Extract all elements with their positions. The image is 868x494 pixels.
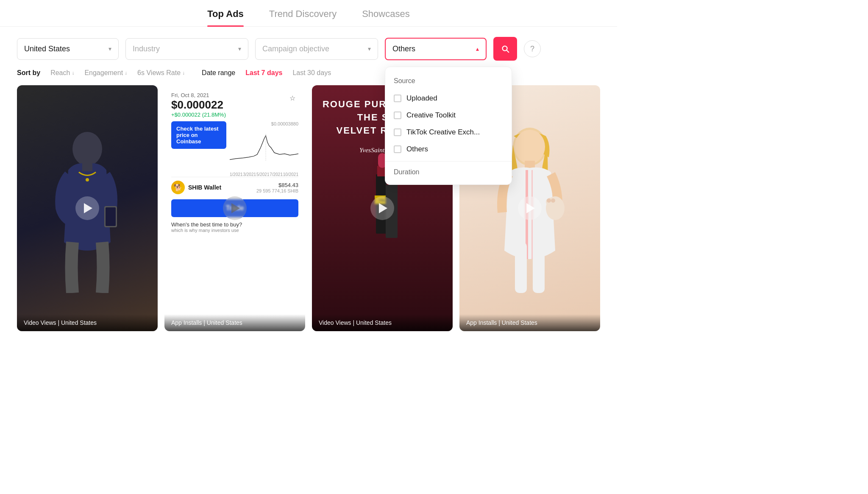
- filters-row: United States ▾ Industry ▾ Campaign obje…: [0, 37, 617, 61]
- sort-engagement[interactable]: Engagement ↓: [84, 69, 127, 77]
- creative-toolkit-checkbox[interactable]: [394, 112, 401, 119]
- campaign-filter[interactable]: Campaign objective ▾: [255, 38, 378, 60]
- shib-amount: $854.43 29 595 774,16 SHIB: [256, 182, 298, 193]
- svg-rect-24: [515, 242, 527, 293]
- crypto-chart-svg: [230, 126, 298, 169]
- help-icon: ?: [530, 45, 534, 53]
- svg-rect-2: [106, 207, 116, 226]
- sort-reach[interactable]: Reach ↓: [50, 69, 74, 77]
- industry-label: Industry: [133, 45, 160, 53]
- nav-showcases[interactable]: Showcases: [362, 8, 410, 26]
- when-buy-sub: which is why many investors use: [171, 228, 298, 233]
- cards-grid: Video Views | United States Fri, Oct 8, …: [0, 85, 617, 331]
- when-buy-text: When's the best time to buy?: [171, 221, 298, 228]
- svg-point-4: [86, 178, 89, 181]
- chart-top-label: $0.00003880: [230, 121, 298, 126]
- others-filter[interactable]: Others ▴: [385, 38, 487, 60]
- uploaded-label: Uploaded: [406, 94, 437, 103]
- axis-label-4: 7/2021: [270, 172, 283, 177]
- campaign-label: Campaign objective: [262, 45, 329, 53]
- campaign-chevron-icon: ▾: [368, 45, 371, 52]
- shib-icon: 🐕: [171, 181, 185, 194]
- crypto-change: +$0.000022 (21.8M%): [171, 112, 298, 118]
- play-button-2[interactable]: [223, 196, 247, 220]
- shib-row: 🐕 SHIB Wallet $854.43 29 595 774,16 SHIB: [171, 177, 298, 198]
- engagement-label: Engagement: [84, 69, 123, 77]
- engagement-arrow-icon: ↓: [125, 70, 127, 76]
- header: Top Ads Trend Discovery Showcases: [0, 0, 617, 27]
- others-opt-label: Others: [406, 145, 428, 154]
- svg-point-23: [551, 198, 555, 203]
- others-opt-checkbox[interactable]: [394, 145, 401, 153]
- crypto-price: $0.000022: [171, 98, 298, 112]
- card-2[interactable]: Fri, Oct 8, 2021 $0.000022 +$0.000022 (2…: [164, 85, 305, 331]
- axis-label-5: 10/2021: [283, 172, 298, 177]
- axis-label-2: 3/2021: [243, 172, 256, 177]
- sort-views-rate[interactable]: 6s Views Rate ↓: [137, 69, 185, 77]
- play-icon-4: [526, 203, 535, 213]
- help-button[interactable]: ?: [524, 40, 541, 57]
- industry-filter[interactable]: Industry ▾: [125, 38, 248, 60]
- dropdown-item-creative-toolkit[interactable]: Creative Toolkit: [385, 107, 512, 124]
- others-label: Others: [392, 45, 415, 53]
- reach-arrow-icon: ↓: [72, 70, 74, 76]
- play-button-4[interactable]: [518, 196, 542, 220]
- nav-trend-discovery[interactable]: Trend Discovery: [269, 8, 337, 26]
- sort-bar: Sort by Reach ↓ Engagement ↓ 6s Views Ra…: [0, 69, 617, 77]
- views-rate-arrow-icon: ↓: [182, 70, 185, 76]
- svg-rect-3: [82, 161, 92, 171]
- svg-point-22: [547, 198, 551, 203]
- nav-top-ads[interactable]: Top Ads: [207, 8, 244, 26]
- creative-toolkit-label: Creative Toolkit: [406, 111, 456, 120]
- country-filter[interactable]: United States ▾: [17, 38, 119, 60]
- industry-chevron-icon: ▾: [238, 45, 241, 52]
- sort-by-label: Sort by: [17, 69, 40, 77]
- shib-sub: 29 595 774,16 SHIB: [256, 188, 298, 193]
- views-rate-label: 6s Views Rate: [137, 69, 181, 77]
- card-3-label: Video Views | United States: [312, 314, 453, 331]
- star-icon-2: ☆: [289, 94, 295, 102]
- tiktok-creative-checkbox[interactable]: [394, 128, 401, 136]
- dropdown-item-others-opt[interactable]: Others: [385, 141, 512, 158]
- search-button[interactable]: [493, 37, 517, 61]
- last-30-days[interactable]: Last 30 days: [292, 69, 331, 77]
- axis-label-3: 5/2021: [256, 172, 270, 177]
- play-icon-1: [84, 203, 92, 213]
- others-dropdown: Source Uploaded Creative Toolkit TikTok …: [385, 67, 512, 185]
- play-icon-3: [379, 203, 387, 213]
- svg-rect-25: [533, 242, 545, 293]
- card-2-label: App Installs | United States: [164, 314, 305, 331]
- dropdown-item-uploaded[interactable]: Uploaded: [385, 90, 512, 107]
- dropdown-divider: [385, 161, 512, 162]
- dropdown-item-tiktok-creative[interactable]: TikTok Creative Exch...: [385, 124, 512, 141]
- search-icon: [501, 44, 510, 53]
- duration-section-title: Duration: [385, 165, 512, 178]
- country-label: United States: [24, 45, 70, 53]
- axis-label-1: 1/2021: [230, 172, 243, 177]
- card-4-label: App Installs | United States: [459, 314, 600, 331]
- card-1[interactable]: Video Views | United States: [17, 85, 158, 331]
- shib-name: SHIB Wallet: [188, 184, 221, 191]
- play-button-3[interactable]: [370, 196, 394, 220]
- tiktok-creative-label: TikTok Creative Exch...: [406, 128, 480, 137]
- last-7-days[interactable]: Last 7 days: [245, 69, 282, 77]
- country-chevron-icon: ▾: [108, 45, 111, 52]
- shib-usd: $854.43: [256, 182, 298, 188]
- play-icon-2: [231, 203, 240, 213]
- check-price-btn[interactable]: Check the latest price on Coinbase: [176, 126, 219, 145]
- play-button-1[interactable]: [75, 196, 99, 220]
- card-1-label: Video Views | United States: [17, 314, 158, 331]
- uploaded-checkbox[interactable]: [394, 95, 401, 102]
- star-button-2[interactable]: ☆: [285, 90, 300, 106]
- source-section-title: Source: [385, 74, 512, 90]
- date-range-label: Date range: [202, 69, 235, 77]
- crypto-axis: 1/2021 3/2021 5/2021 7/2021 10/2021: [230, 172, 298, 177]
- crypto-date: Fri, Oct 8, 2021: [171, 92, 298, 98]
- reach-label: Reach: [50, 69, 70, 77]
- svg-point-16: [515, 130, 545, 164]
- others-chevron-icon: ▴: [476, 45, 479, 52]
